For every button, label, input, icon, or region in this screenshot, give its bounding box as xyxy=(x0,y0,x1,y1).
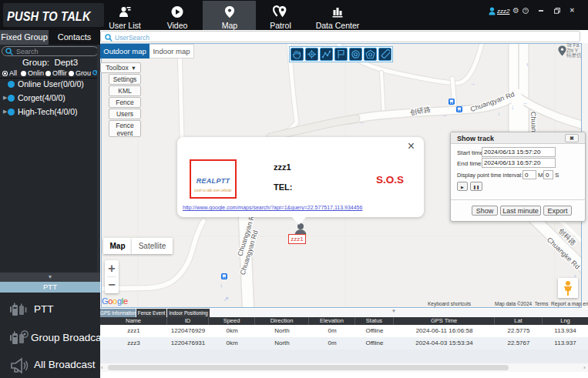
svg-text:↑: ↑ xyxy=(526,62,529,69)
svg-text:↗: ↗ xyxy=(223,296,229,303)
svg-text:↓: ↓ xyxy=(497,110,500,117)
svg-text:←: ← xyxy=(522,99,529,106)
svg-text:Chuan: Chuan xyxy=(529,112,538,132)
svg-text:→: → xyxy=(469,80,475,87)
svg-text:↓: ↓ xyxy=(220,282,223,289)
svg-text:↓: ↓ xyxy=(511,104,514,111)
svg-text:→: → xyxy=(441,112,447,119)
svg-text:←: ← xyxy=(359,119,365,125)
